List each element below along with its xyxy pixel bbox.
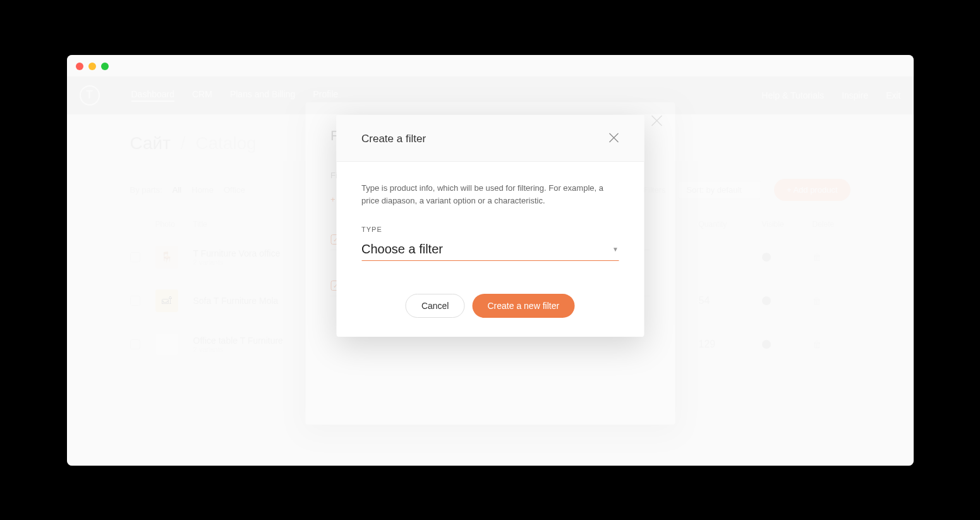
close-window-button[interactable] <box>76 63 83 70</box>
type-field-label: TYPE <box>361 226 619 233</box>
modal-footer: Cancel Create a new filter <box>336 281 644 337</box>
create-filter-modal: Create a filter Type is product info, wh… <box>336 115 644 337</box>
select-value: Choose a filter <box>361 242 443 257</box>
modal-description: Type is product info, which will be used… <box>361 182 619 209</box>
type-select[interactable]: Choose a filter ▼ <box>361 238 619 261</box>
modal-title: Create a filter <box>361 133 426 145</box>
close-icon[interactable] <box>651 115 662 130</box>
maximize-window-button[interactable] <box>101 63 109 70</box>
mac-window: T Dashboard CRM Plans and Billing Profil… <box>67 55 914 466</box>
modal-body: Type is product info, which will be used… <box>336 162 644 282</box>
create-filter-button[interactable]: Create a new filter <box>472 294 574 318</box>
cancel-button[interactable]: Cancel <box>406 294 465 318</box>
modal-header: Create a filter <box>336 115 644 162</box>
close-icon[interactable] <box>608 133 619 146</box>
traffic-lights <box>76 63 109 70</box>
minimize-window-button[interactable] <box>88 63 96 70</box>
chevron-down-icon: ▼ <box>612 246 619 253</box>
